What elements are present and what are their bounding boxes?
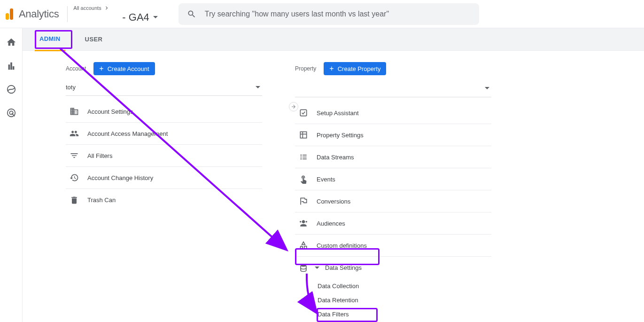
- account-header-label: Account: [66, 65, 86, 72]
- history-icon: [70, 173, 79, 182]
- explore-icon: [6, 84, 16, 94]
- data-filters-item[interactable]: Data Filters: [295, 307, 491, 321]
- header: Analytics All accounts - GA4 Try searchi…: [0, 0, 644, 28]
- custom-definitions-item[interactable]: Custom definitions: [295, 235, 491, 257]
- tab-user[interactable]: USER: [80, 28, 108, 50]
- shapes-icon: [299, 241, 308, 250]
- list-item-label: Data Streams: [317, 154, 354, 161]
- nav-reports[interactable]: [6, 60, 17, 71]
- admin-tabs: ADMIN USER: [23, 28, 644, 51]
- analytics-logo-icon: [6, 8, 13, 20]
- checkbox-icon: [299, 108, 308, 118]
- data-retention-item[interactable]: Data Retention: [295, 293, 491, 307]
- dropdown-icon: [153, 16, 158, 18]
- admin-body: Account + Create Account toty Account Se…: [23, 51, 644, 322]
- property-selector[interactable]: [295, 80, 491, 97]
- property-column: Property + Create Property Setup Assista…: [295, 62, 491, 322]
- arrow-right-icon: [291, 104, 296, 110]
- nav-advertising[interactable]: [6, 107, 17, 118]
- property-selected-value: [295, 84, 365, 92]
- data-settings-item[interactable]: Data Settings: [295, 257, 491, 279]
- left-rail: [0, 28, 23, 322]
- tab-admin[interactable]: ADMIN: [35, 28, 65, 51]
- account-history-item[interactable]: Account Change History: [66, 167, 262, 189]
- list-item-label: Audiences: [317, 220, 345, 227]
- list-item-label: Trash Can: [87, 196, 116, 204]
- account-selected-value: toty: [66, 84, 76, 91]
- list-item-label: Account Access Management: [87, 130, 168, 137]
- list-item-label: Events: [317, 176, 335, 183]
- create-account-label: Create Account: [108, 65, 149, 72]
- account-list: Account Settings Account Access Manageme…: [66, 101, 262, 211]
- search-placeholder: Try searching "how many users last month…: [205, 10, 471, 18]
- svg-point-9: [301, 264, 306, 267]
- data-streams-item[interactable]: Data Streams: [295, 146, 491, 168]
- property-settings-item[interactable]: Property Settings: [295, 124, 491, 146]
- events-item[interactable]: Events: [295, 168, 491, 190]
- flag-icon: [299, 196, 308, 206]
- people-icon: [70, 129, 79, 138]
- streams-icon: [299, 152, 308, 162]
- plus-icon: +: [99, 65, 103, 72]
- database-icon: [299, 263, 308, 273]
- create-account-button[interactable]: + Create Account: [93, 62, 155, 75]
- account-access-item[interactable]: Account Access Management: [66, 123, 262, 145]
- conversions-item[interactable]: Conversions: [295, 190, 491, 212]
- home-icon: [6, 37, 16, 47]
- chevron-right-icon: [103, 5, 110, 11]
- account-selector[interactable]: toty: [66, 80, 262, 96]
- property-header-label: Property: [295, 65, 316, 72]
- property-list: Setup Assistant Property Settings Data S…: [295, 102, 491, 322]
- touch-icon: [299, 174, 308, 184]
- svg-rect-8: [304, 246, 307, 249]
- dropdown-icon: [315, 267, 319, 269]
- list-item-label: Account Change History: [87, 174, 153, 181]
- property-name-row: - GA4: [73, 11, 157, 24]
- svg-point-7: [300, 246, 303, 249]
- divider: [67, 6, 68, 22]
- audience-icon: [299, 219, 308, 228]
- dropdown-icon: [485, 87, 489, 89]
- list-item-label: Property Settings: [317, 132, 364, 139]
- logo[interactable]: Analytics: [6, 8, 67, 20]
- create-property-button[interactable]: + Create Property: [324, 62, 386, 75]
- svg-rect-3: [300, 110, 306, 116]
- transfer-toggle[interactable]: [289, 102, 298, 111]
- setup-assistant-item[interactable]: Setup Assistant: [295, 102, 491, 124]
- all-filters-item[interactable]: All Filters: [66, 145, 262, 167]
- dropdown-icon: [256, 86, 260, 88]
- trash-icon: [70, 196, 79, 205]
- settings-grid-icon: [299, 130, 308, 140]
- account-property-selector[interactable]: All accounts - GA4: [73, 5, 167, 24]
- data-collection-item[interactable]: Data Collection: [295, 279, 491, 293]
- breadcrumb-top: All accounts: [73, 5, 101, 11]
- plus-icon: +: [329, 65, 334, 72]
- nav-explore[interactable]: [6, 84, 17, 95]
- create-property-label: Create Property: [338, 65, 381, 72]
- business-icon: [70, 107, 79, 116]
- list-item-label: All Filters: [87, 152, 112, 159]
- account-column: Account + Create Account toty Account Se…: [66, 62, 262, 322]
- target-click-icon: [6, 108, 16, 118]
- nav-home[interactable]: [6, 37, 17, 48]
- search-input[interactable]: Try searching "how many users last month…: [178, 3, 479, 25]
- list-item-label: Conversions: [317, 198, 350, 205]
- list-item-label: Data Settings: [325, 264, 362, 271]
- account-settings-item[interactable]: Account Settings: [66, 101, 262, 123]
- trash-can-item[interactable]: Trash Can: [66, 189, 262, 211]
- list-item-label: Setup Assistant: [317, 110, 359, 117]
- app-name: Analytics: [19, 8, 59, 20]
- property-suffix: - GA4: [122, 11, 149, 24]
- list-item-label: Account Settings: [87, 108, 133, 115]
- svg-rect-4: [300, 132, 306, 138]
- filter-icon: [70, 151, 79, 160]
- list-item-label: Custom definitions: [317, 242, 367, 249]
- bar-chart-icon: [6, 61, 16, 71]
- audiences-item[interactable]: Audiences: [295, 212, 491, 235]
- search-icon: [187, 9, 196, 19]
